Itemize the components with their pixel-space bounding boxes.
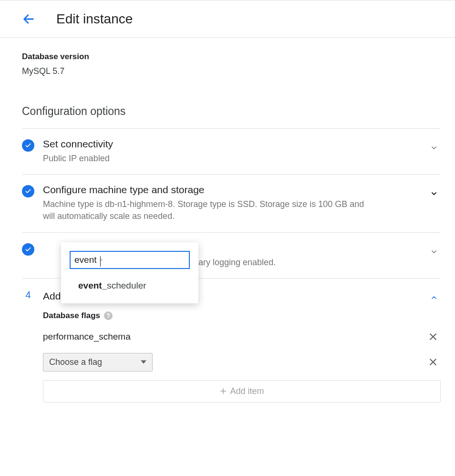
back-button[interactable] [19,10,38,29]
check-icon [22,243,34,256]
flags-label: Database flags [43,311,100,321]
expand-button[interactable] [427,141,441,155]
chevron-up-icon [430,292,438,303]
option-match: event_ [78,280,107,290]
check-icon [22,139,34,152]
close-icon [428,357,438,367]
section-machine[interactable]: Configure machine type and storage Machi… [22,174,441,232]
add-item-label: Add item [230,386,264,396]
section-connectivity[interactable]: Set connectivity Public IP enabled [22,128,441,174]
help-icon[interactable]: ? [104,311,113,320]
remove-flag-button[interactable] [425,354,441,370]
page-title: Edit instance [56,11,133,27]
flag-row-performance-schema: performance_schema [43,329,441,344]
chevron-down-icon [430,143,438,153]
chevron-down-icon [430,247,438,257]
remove-flag-button[interactable] [425,329,441,344]
flag-name: performance_schema [43,331,425,342]
section-subtitle: Public IP enabled [43,153,377,165]
flag-row-new: Choose a flag [43,353,441,372]
autocomplete-option[interactable]: event_scheduler [61,274,198,298]
caret-down-icon [141,359,146,365]
plus-icon [219,387,227,395]
section-subtitle: Machine type is db-n1-highmem-8. Storage… [43,198,377,222]
collapse-button[interactable] [427,291,441,304]
option-rest: scheduler [107,280,146,290]
autocomplete-input-wrap[interactable]: event [70,251,190,269]
step-number: 4 [22,289,34,301]
section-title: Set connectivity [43,138,427,150]
close-icon [428,331,438,342]
text-caret [100,256,101,267]
autocomplete-input-text: event [74,255,96,265]
add-item-button[interactable]: Add item [43,380,441,403]
check-icon [22,185,34,197]
db-version-value: MySQL 5.7 [22,66,441,76]
db-version-label: Database version [22,52,441,62]
chevron-down-icon [430,188,438,199]
clear-input-button[interactable] [96,255,106,265]
arrow-left-icon [22,12,35,26]
section-title: Configure machine type and storage [43,184,427,196]
expand-button[interactable] [427,245,441,259]
choose-flag-select[interactable]: Choose a flag [43,353,153,372]
choose-flag-label: Choose a flag [49,357,102,367]
config-options-heading: Configuration options [22,105,441,118]
expand-button[interactable] [427,187,441,200]
autocomplete-popup: event event_scheduler [61,242,198,303]
